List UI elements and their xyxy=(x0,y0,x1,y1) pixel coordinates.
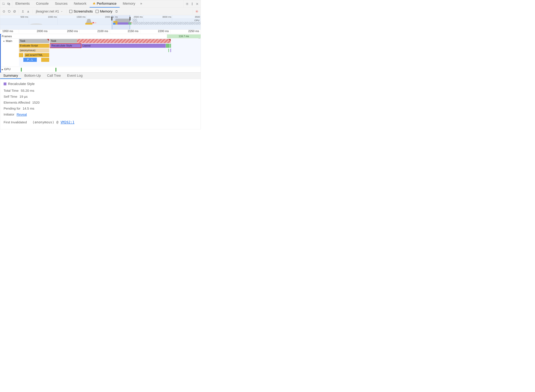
timeline-overview[interactable]: 500 ms 1000 ms 1500 ms 2000 ms 2500 ms 3… xyxy=(0,15,201,30)
recording-select[interactable]: jlwagner.net #1 xyxy=(34,9,64,14)
upload-profile-icon[interactable] xyxy=(21,9,25,14)
svg-point-7 xyxy=(192,4,192,4)
ruler-cell: 1950 ms xyxy=(0,30,19,34)
ruler-cell: 2150 ms xyxy=(110,30,140,34)
tabstrip-right-icons xyxy=(183,0,201,8)
bar-set-innerhtml[interactable]: set innerHTML xyxy=(24,53,49,57)
tabs-overflow[interactable]: » xyxy=(138,0,144,8)
panel-tabs: Elements Console Sources Network Perform… xyxy=(12,0,183,8)
tab-summary[interactable]: Summary xyxy=(0,73,21,79)
frames-track-label[interactable]: Frames xyxy=(0,34,19,38)
expand-icon xyxy=(3,39,5,43)
recording-select-label: jlwagner.net #1 xyxy=(36,9,59,14)
svg-rect-3 xyxy=(94,3,94,4)
summary-key: Elements Affected xyxy=(4,101,30,104)
svg-point-8 xyxy=(192,5,192,5)
bar-anonymous[interactable]: (anonymous) xyxy=(19,48,49,52)
separator xyxy=(66,9,66,14)
tab-call-tree[interactable]: Call Tree xyxy=(44,73,64,79)
source-location-link[interactable]: VM262:1 xyxy=(61,120,75,124)
overview-window-left-handle[interactable] xyxy=(111,17,113,20)
checkbox-box xyxy=(95,10,99,13)
color-swatch xyxy=(4,83,6,85)
summary-panel: Recalculate Style Total Time55.20 ms Sel… xyxy=(0,79,201,129)
overview-cpu-lane xyxy=(0,19,201,25)
long-task-indicator-icon xyxy=(169,39,171,41)
tab-console[interactable]: Console xyxy=(33,0,52,8)
bar-chunk[interactable] xyxy=(19,53,23,57)
gpu-event[interactable] xyxy=(21,68,22,72)
ov-tick: 3000 ms xyxy=(162,15,172,18)
bar-paint[interactable] xyxy=(170,44,171,48)
bar-evaluate-script[interactable]: Evaluate Script xyxy=(19,44,49,48)
gpu-event[interactable] xyxy=(56,68,56,72)
bar-recalculate-style[interactable]: Recalculate Style xyxy=(51,44,81,48)
inspect-element-icon[interactable] xyxy=(1,2,6,6)
bar-parse-html[interactable]: P…L xyxy=(23,58,37,62)
bar-task-long[interactable] xyxy=(77,39,171,43)
summary-key: Self Time xyxy=(4,95,17,98)
bar-task[interactable]: Task xyxy=(50,39,77,43)
ruler-cell: 2250 ms xyxy=(171,30,201,34)
ov-tick: 1500 ms xyxy=(77,15,86,18)
svg-rect-2 xyxy=(9,3,10,5)
bar-paint[interactable] xyxy=(166,44,169,48)
flamechart-ruler: 1950 ms 2000 ms 2050 ms 2100 ms 2150 ms … xyxy=(0,30,201,34)
tab-event-log[interactable]: Event Log xyxy=(64,73,86,79)
ruler-cell: 2050 ms xyxy=(49,30,80,34)
kebab-menu-icon[interactable] xyxy=(190,2,194,6)
tick-mark[interactable] xyxy=(170,49,171,52)
capture-settings-icon[interactable] xyxy=(195,9,199,14)
overview-net-lane xyxy=(0,25,201,29)
tab-performance[interactable]: Performance xyxy=(89,0,120,8)
summary-title: Recalculate Style xyxy=(8,82,35,86)
gpu-track: GPU xyxy=(0,67,201,72)
bar-layout[interactable]: Layout xyxy=(82,44,166,48)
screenshots-label: Screenshots xyxy=(74,9,93,14)
frame-pill[interactable]: 116.7 ms xyxy=(167,34,201,38)
ov-tick: 3500 xyxy=(195,15,201,18)
tick-mark[interactable] xyxy=(168,49,169,52)
summary-key: Initiator xyxy=(4,112,14,116)
devtools-tabstrip: Elements Console Sources Network Perform… xyxy=(0,0,201,8)
tab-network[interactable]: Network xyxy=(71,0,89,8)
summary-key: Total Time xyxy=(4,89,19,93)
summary-value: 55.20 ms xyxy=(21,89,34,93)
tab-bottom-up[interactable]: Bottom-Up xyxy=(21,73,44,79)
tab-elements[interactable]: Elements xyxy=(12,0,33,8)
warning-icon xyxy=(93,2,95,6)
flamechart: Frames 116.7 ms Main Task Task xyxy=(0,34,201,72)
chevron-down-icon xyxy=(61,9,63,14)
long-task-indicator-icon xyxy=(47,39,49,41)
close-devtools-icon[interactable] xyxy=(195,2,199,6)
first-invalidated-fn: (anonymous) xyxy=(33,120,54,124)
settings-icon[interactable] xyxy=(185,2,189,6)
bar-chunk[interactable] xyxy=(41,58,49,62)
at-symbol: @ xyxy=(56,120,58,124)
record-icon[interactable] xyxy=(2,9,6,14)
main-track-label[interactable]: Main xyxy=(0,39,19,66)
tab-sources[interactable]: Sources xyxy=(52,0,71,8)
tab-memory[interactable]: Memory xyxy=(120,0,138,8)
ov-tick: 2500 ms xyxy=(134,15,143,18)
clear-icon[interactable] xyxy=(12,9,17,14)
memory-checkbox[interactable]: Memory xyxy=(95,9,113,14)
gpu-track-label[interactable]: GPU xyxy=(0,67,19,72)
summary-key: First Invalidated xyxy=(4,120,30,124)
screenshots-checkbox[interactable]: Screenshots xyxy=(68,9,94,14)
overview-ruler: 500 ms 1000 ms 1500 ms 2000 ms 2500 ms 3… xyxy=(0,15,201,19)
download-profile-icon[interactable] xyxy=(26,9,30,14)
overview-window-right-handle[interactable] xyxy=(129,17,131,20)
bar-task[interactable]: Task xyxy=(19,39,49,43)
details-tabstrip: Summary Bottom-Up Call Tree Event Log xyxy=(0,72,201,79)
reveal-link[interactable]: Reveal xyxy=(17,112,27,116)
device-toggle-icon[interactable] xyxy=(6,2,11,6)
reload-icon[interactable] xyxy=(7,9,11,14)
summary-value: 14.5 ms xyxy=(23,107,34,110)
gpu-track-label-text: GPU xyxy=(4,67,10,71)
svg-point-9 xyxy=(3,10,5,12)
garbage-collect-icon[interactable] xyxy=(114,9,119,14)
bar-label: Task xyxy=(51,39,56,42)
summary-value: 1520 xyxy=(32,101,40,104)
overview-window[interactable] xyxy=(112,15,130,29)
